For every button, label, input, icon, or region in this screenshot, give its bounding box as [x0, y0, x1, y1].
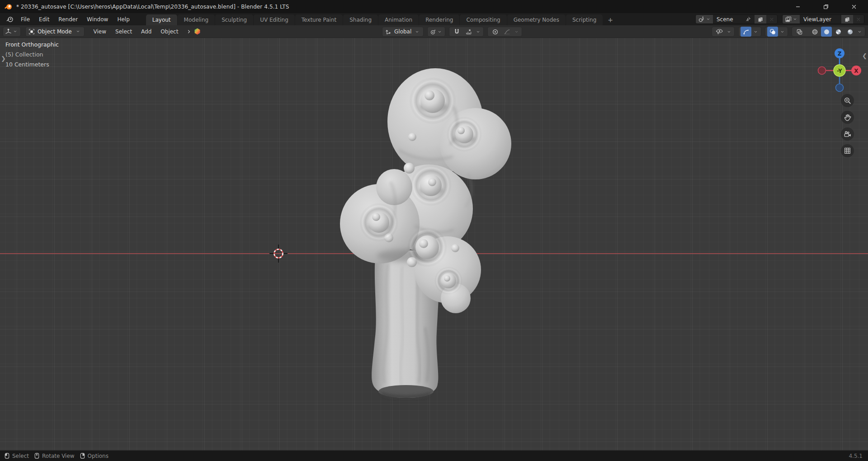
- viewport-3d[interactable]: Front Orthographic (5) Collection 10 Cen…: [0, 38, 868, 450]
- orientation-axes-icon: [385, 28, 392, 35]
- eye-4: [359, 203, 398, 242]
- camera-view-button[interactable]: [841, 127, 854, 141]
- tab-rendering[interactable]: Rendering: [419, 14, 459, 25]
- tab-uv-editing[interactable]: UV Editing: [254, 14, 295, 25]
- gizmo-axis-neg-z[interactable]: [836, 84, 844, 92]
- minimize-button[interactable]: [784, 0, 812, 13]
- viewport-display-controls: [712, 27, 865, 37]
- shading-solid-icon[interactable]: [821, 27, 832, 37]
- viewlayer-browse-button[interactable]: [783, 15, 800, 24]
- delete-scene-button[interactable]: [766, 15, 777, 24]
- viewlayer-name: ViewLayer: [803, 16, 831, 23]
- tab-sculpting[interactable]: Sculpting: [215, 14, 253, 25]
- scene-selector: Scene: [695, 14, 778, 24]
- shading-material-preview-icon[interactable]: [833, 27, 844, 37]
- toggle-xray-icon[interactable]: [794, 27, 805, 37]
- blender-version: 4.5.1: [849, 453, 863, 459]
- shading-wireframe-icon[interactable]: [809, 27, 820, 37]
- tab-compositing[interactable]: Compositing: [460, 14, 506, 25]
- viewlayer-name-field[interactable]: ViewLayer: [800, 15, 841, 24]
- pivot-point-dropdown[interactable]: [427, 27, 445, 37]
- viewport-side-tools: [841, 94, 854, 157]
- zoom-tool-button[interactable]: [841, 94, 854, 107]
- blender-logo-icon: [5, 3, 13, 11]
- close-button[interactable]: [840, 0, 868, 13]
- menu-view[interactable]: View: [89, 27, 111, 37]
- chevron-down-icon: [793, 17, 797, 22]
- pin-icon[interactable]: [745, 16, 751, 22]
- snap-settings-icon[interactable]: [463, 27, 474, 37]
- new-viewlayer-button[interactable]: [841, 15, 853, 24]
- middle-mouse-icon: [33, 452, 40, 459]
- pivot-point-icon: [429, 28, 436, 35]
- top-bar: File Edit Render Window Help Layout Mode…: [0, 13, 868, 25]
- tab-geometry-nodes[interactable]: Geometry Nodes: [507, 14, 566, 25]
- editor-type-button[interactable]: [3, 27, 21, 37]
- menu-render[interactable]: Render: [54, 13, 82, 25]
- header-overflow-chevron[interactable]: [185, 29, 193, 34]
- menu-object[interactable]: Object: [156, 27, 183, 37]
- editor-3d-viewport-icon: [5, 28, 12, 35]
- sculpted-object[interactable]: [0, 38, 868, 450]
- active-tool-rainbow-icon[interactable]: [193, 28, 201, 35]
- view-label: Front Orthographic: [5, 40, 59, 50]
- new-scene-button[interactable]: [755, 15, 766, 24]
- chevron-down-icon[interactable]: [475, 29, 481, 34]
- tab-scripting[interactable]: Scripting: [566, 14, 603, 25]
- scene-name-field[interactable]: Scene: [713, 15, 755, 24]
- snap-toggle-magnet-icon[interactable]: [451, 27, 462, 37]
- tab-shading[interactable]: Shading: [343, 14, 378, 25]
- pan-hand-button[interactable]: [841, 111, 854, 124]
- chevron-down-icon[interactable]: [726, 29, 732, 34]
- chevron-down-icon[interactable]: [779, 29, 786, 34]
- menu-select[interactable]: Select: [111, 27, 137, 37]
- mode-label: Object Mode: [35, 28, 75, 35]
- menu-help[interactable]: Help: [113, 13, 134, 25]
- gizmo-axis-neg-x[interactable]: [818, 67, 826, 75]
- title-bar: * 20336_autosave [C:\Users\heros\AppData…: [0, 0, 868, 13]
- proportional-edit-icon[interactable]: [490, 27, 500, 37]
- viewport-menus: View Select Add Object: [89, 27, 202, 37]
- blender-window: * 20336_autosave [C:\Users\heros\AppData…: [0, 0, 868, 461]
- menu-file[interactable]: File: [16, 13, 34, 25]
- scene-name: Scene: [717, 16, 733, 23]
- chevron-down-icon[interactable]: [856, 29, 863, 34]
- show-overlays-icon[interactable]: [767, 27, 778, 37]
- transform-orientation-dropdown[interactable]: Global: [382, 27, 424, 37]
- restore-button[interactable]: [812, 0, 840, 13]
- snapping-group: [449, 27, 484, 37]
- proportional-falloff-icon[interactable]: [501, 27, 512, 37]
- viewlayer-selector: ViewLayer: [782, 14, 864, 24]
- show-hide-eye-icon[interactable]: [714, 27, 725, 37]
- menu-edit[interactable]: Edit: [34, 13, 54, 25]
- chevron-down-icon: [414, 29, 420, 34]
- navigation-gizmo[interactable]: Z X -Y: [812, 44, 867, 98]
- left-mouse-icon: [4, 452, 10, 459]
- viewlayer-icon: [785, 16, 792, 23]
- tab-modeling[interactable]: Modeling: [178, 14, 215, 25]
- chevron-down-icon[interactable]: [513, 29, 520, 34]
- show-gizmo-icon[interactable]: [741, 27, 751, 37]
- gizmo-z-label: Z: [838, 51, 842, 57]
- chevron-down-icon[interactable]: [752, 29, 759, 34]
- toolbar-expand-chevron[interactable]: ❯: [1, 55, 6, 62]
- menu-add[interactable]: Add: [137, 27, 156, 37]
- gizmo-neg-y-label: -Y: [837, 68, 842, 74]
- blender-menu-icon[interactable]: [6, 16, 14, 23]
- cursor-3d: [269, 244, 288, 263]
- toggle-ortho-grid-button[interactable]: [841, 144, 854, 157]
- proportional-edit-group: [487, 27, 522, 37]
- shading-rendered-icon[interactable]: [844, 27, 855, 37]
- tab-animation[interactable]: Animation: [378, 14, 419, 25]
- hint-rotate-label: Rotate View: [42, 453, 75, 459]
- tab-texture-paint[interactable]: Texture Paint: [295, 14, 343, 25]
- tab-layout[interactable]: Layout: [146, 14, 177, 25]
- mode-dropdown[interactable]: Object Mode: [25, 27, 85, 37]
- scene-browse-button[interactable]: [696, 15, 713, 24]
- add-workspace-button[interactable]: +: [603, 14, 618, 25]
- menu-window[interactable]: Window: [82, 13, 113, 25]
- eye-2: [447, 117, 482, 152]
- scene-icon: [698, 16, 705, 23]
- hint-options: Options: [79, 452, 108, 459]
- delete-viewlayer-button[interactable]: [853, 15, 864, 24]
